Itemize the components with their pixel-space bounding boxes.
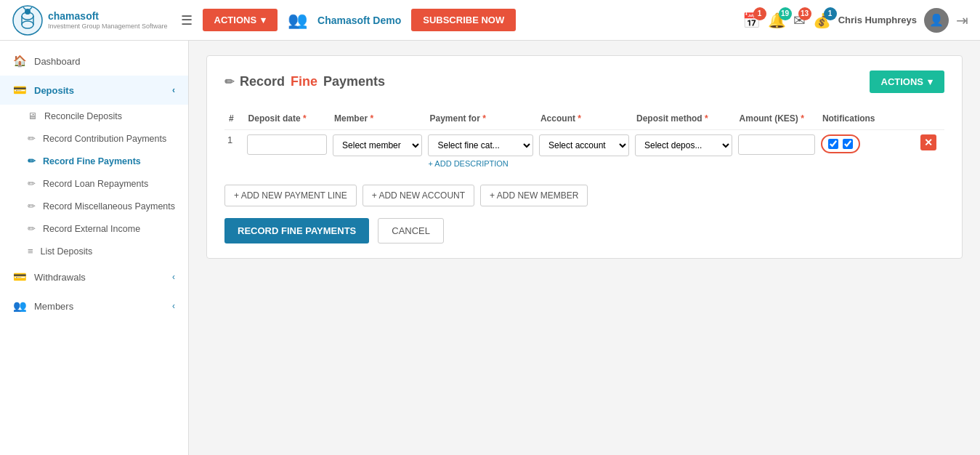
add-buttons-group: + ADD NEW PAYMENT LINE + ADD NEW ACCOUNT…: [224, 185, 944, 206]
envelope-notification[interactable]: ✉ 13: [793, 12, 806, 29]
page-header: ✏ Record Fine Payments ACTIONS ▾: [224, 71, 944, 93]
calendar-badge: 1: [753, 7, 766, 20]
user-name: Chris Humphreys: [838, 15, 917, 25]
notification-check-2[interactable]: [843, 139, 853, 149]
payment-cell: Select fine cat... + ADD DESCRIPTION: [425, 130, 535, 174]
record-fine-payments-button[interactable]: RECORD FINE PAYMENTS: [224, 218, 369, 243]
sidebar-item-label: Dashboard: [34, 56, 81, 67]
logo[interactable]: chamasoft Investment Group Management So…: [12, 4, 168, 36]
title-highlight: Fine: [291, 74, 317, 89]
sidebar-item-label: Record Contribution Payments: [43, 134, 166, 144]
sidebar-item-list[interactable]: ≡ List Deposits: [28, 240, 188, 262]
col-account: Account *: [536, 108, 632, 130]
sidebar-item-label: Record External Income: [43, 224, 140, 234]
payment-select[interactable]: Select fine cat...: [428, 134, 532, 156]
amount-input[interactable]: [738, 134, 815, 155]
sidebar-item-external[interactable]: ✏ Record External Income: [28, 217, 188, 240]
col-more: [918, 108, 944, 130]
list-icon: ≡: [28, 246, 33, 257]
title-pencil-icon: ✏: [224, 75, 234, 89]
deposits-icon: 💳: [13, 84, 27, 97]
coin-notification[interactable]: 💰 1: [813, 12, 831, 29]
notification-check-1[interactable]: [828, 139, 838, 149]
sidebar-item-misc[interactable]: ✏ Record Miscellaneous Payments: [28, 195, 188, 217]
row-number: 1: [224, 130, 244, 174]
col-member: Member *: [330, 108, 425, 130]
sidebar-item-label: Withdrawals: [34, 272, 86, 283]
page-title: ✏ Record Fine Payments: [224, 74, 385, 89]
cancel-button[interactable]: CANCEL: [378, 218, 444, 243]
dropdown-icon: ▾: [261, 15, 266, 25]
sidebar-item-label: Reconcile Deposits: [44, 111, 122, 121]
members-icon: 👥: [13, 299, 27, 313]
col-amount: Amount (KES) *: [735, 108, 818, 130]
logo-icon: [12, 4, 44, 36]
logo-name: chamasoft: [48, 10, 168, 23]
sidebar-item-label: Members: [34, 301, 73, 312]
page-actions-button[interactable]: ACTIONS ▾: [870, 71, 945, 93]
table-row: 1 Select member Select fine cat...: [224, 130, 944, 174]
content-card: ✏ Record Fine Payments ACTIONS ▾ #: [206, 55, 963, 259]
title-suffix: Payments: [323, 74, 385, 89]
sidebar-item-members[interactable]: 👥 Members ‹: [0, 291, 188, 321]
add-description-button[interactable]: + ADD DESCRIPTION: [428, 159, 508, 168]
top-navigation: chamasoft Investment Group Management So…: [0, 0, 980, 41]
sidebar-item-label: Record Miscellaneous Payments: [43, 201, 175, 212]
notifications-oval: [821, 134, 860, 153]
sidebar-item-label: Record Loan Repayments: [43, 179, 148, 189]
sidebar-item-contribution[interactable]: ✏ Record Contribution Payments: [28, 127, 188, 150]
col-deposit: Deposit method *: [632, 108, 735, 130]
group-name[interactable]: Chamasoft Demo: [317, 15, 401, 26]
col-notif: Notifications: [818, 108, 918, 130]
table-body: 1 Select member Select fine cat...: [224, 130, 944, 174]
sidebar-item-loan[interactable]: ✏ Record Loan Repayments: [28, 172, 188, 195]
chevron-left-icon: ‹: [172, 85, 175, 95]
sidebar-item-fine[interactable]: ✏ Record Fine Payments: [28, 150, 188, 172]
payment-table: # Deposit date * Member * Payment for: [224, 108, 944, 173]
top-actions-button[interactable]: ACTIONS ▾: [203, 9, 278, 31]
add-account-button[interactable]: + ADD NEW ACCOUNT: [363, 185, 474, 206]
user-avatar[interactable]: 👤: [924, 8, 949, 33]
remove-row-button[interactable]: ✕: [920, 134, 936, 150]
envelope-badge: 13: [798, 7, 811, 20]
sidebar-item-label: List Deposits: [41, 246, 93, 257]
form-actions: RECORD FINE PAYMENTS CANCEL: [224, 218, 944, 243]
home-icon: 🏠: [13, 55, 27, 68]
add-member-button[interactable]: + ADD NEW MEMBER: [480, 185, 588, 206]
pencil-icon: ✏: [28, 133, 36, 144]
col-payment: Payment for *: [425, 108, 535, 130]
logout-icon[interactable]: ⇥: [956, 12, 968, 29]
sidebar-item-label: Deposits: [34, 85, 74, 96]
loan-icon: ✏: [28, 178, 36, 189]
sidebar-item-reconcile[interactable]: 🖥 Reconcile Deposits: [28, 105, 188, 127]
col-date: Deposit date *: [244, 108, 330, 130]
subscribe-button[interactable]: SUBSCRIBE NOW: [411, 9, 516, 31]
bell-notification[interactable]: 🔔 19: [768, 12, 786, 29]
withdrawals-icon: 💳: [13, 270, 27, 283]
main-content: ✏ Record Fine Payments ACTIONS ▾ #: [189, 41, 980, 455]
amount-cell: [735, 130, 818, 174]
coin-badge: 1: [824, 7, 837, 20]
calendar-notification[interactable]: 📅 1: [742, 12, 761, 29]
remove-row-cell: ✕: [918, 130, 944, 174]
sidebar-item-dashboard[interactable]: 🏠 Dashboard: [0, 47, 188, 76]
sidebar-item-withdrawals[interactable]: 💳 Withdrawals ‹: [0, 262, 188, 291]
hamburger-icon[interactable]: ☰: [181, 12, 193, 28]
page-actions-label: ACTIONS: [881, 76, 924, 87]
member-select[interactable]: Select member: [333, 134, 422, 156]
title-prefix: Record: [240, 74, 285, 89]
col-hash: #: [224, 108, 244, 130]
deposit-method-select[interactable]: Select depos...: [635, 134, 732, 156]
sidebar-item-deposits[interactable]: 💳 Deposits ‹: [0, 76, 188, 105]
member-cell: Select member: [330, 130, 425, 174]
add-payment-line-button[interactable]: + ADD NEW PAYMENT LINE: [224, 185, 357, 206]
page-layout: 🏠 Dashboard 💳 Deposits ‹ 🖥 Reconcile Dep…: [0, 41, 980, 455]
misc-icon: ✏: [28, 201, 36, 212]
group-icon: 👥: [288, 11, 307, 30]
chevron-withdrawals-icon: ‹: [172, 272, 175, 282]
notifications-cell: [818, 130, 918, 174]
account-cell: Select account: [536, 130, 632, 174]
sidebar-item-label: Record Fine Payments: [43, 156, 141, 166]
account-select[interactable]: Select account: [539, 134, 629, 156]
deposit-date-input[interactable]: [247, 134, 327, 155]
